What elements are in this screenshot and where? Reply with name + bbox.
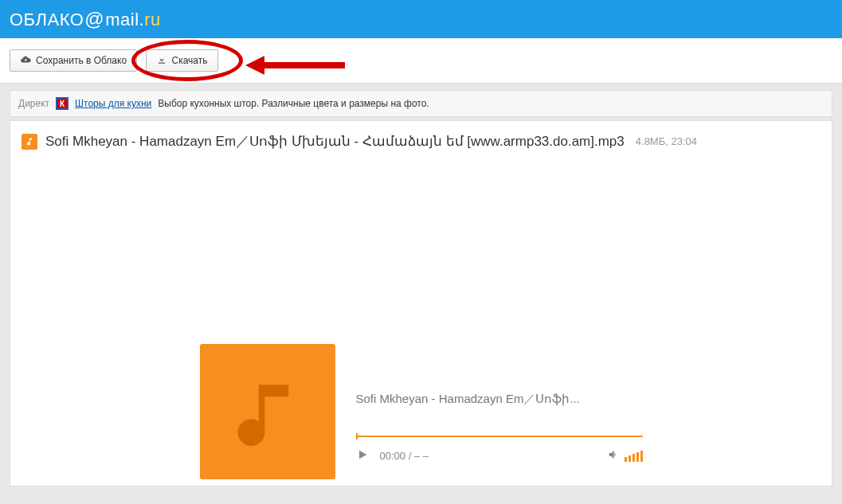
ad-text: Выбор кухонных штор. Различные цвета и р…: [158, 98, 429, 109]
annotation-arrow: [245, 54, 349, 76]
download-icon: [156, 54, 167, 68]
toolbar: Сохранить в Облако Скачать: [0, 38, 842, 84]
volume-icon: [607, 448, 620, 463]
app-header: ОБЛАКО @ mail . ru: [0, 0, 842, 38]
ad-label: Директ: [18, 98, 49, 109]
save-to-cloud-button[interactable]: Сохранить в Облако: [10, 49, 137, 72]
album-art-placeholder: [200, 344, 335, 479]
logo-mail: mail: [105, 10, 139, 30]
ad-bar: Директ К Шторы для кухни Выбор кухонных …: [10, 90, 832, 117]
audio-player: Sofi Mkheyan - Hamadzayn Em／Սոֆի... 00:0…: [200, 344, 643, 479]
volume-control[interactable]: [607, 448, 643, 463]
logo-ru: ru: [144, 10, 161, 30]
ad-link[interactable]: Шторы для кухни: [75, 98, 151, 109]
music-file-icon: [22, 134, 37, 150]
content-area: Sofi Mkheyan - Hamadzayn Em／Սոֆի Մխեյան …: [10, 120, 832, 486]
player-controls-panel: Sofi Mkheyan - Hamadzayn Em／Սոֆի... 00:0…: [356, 360, 643, 463]
download-button[interactable]: Скачать: [146, 49, 218, 72]
play-button[interactable]: [356, 448, 369, 463]
file-name: Sofi Mkheyan - Hamadzayn Em／Սոֆի Մխեյան …: [45, 132, 625, 150]
file-row[interactable]: Sofi Mkheyan - Hamadzayn Em／Սոֆի Մխեյան …: [22, 132, 820, 150]
music-note-icon: [232, 376, 304, 447]
logo-at: @: [84, 8, 104, 30]
time-display: 00:00 / – –: [380, 450, 429, 462]
track-title: Sofi Mkheyan - Hamadzayn Em／Սոֆի...: [356, 392, 643, 407]
progress-bar[interactable]: [356, 436, 643, 437]
controls-row: 00:00 / – –: [356, 448, 643, 463]
volume-bars[interactable]: [625, 451, 643, 462]
svg-marker-1: [245, 56, 264, 75]
logo-dot: .: [139, 10, 145, 30]
logo[interactable]: ОБЛАКО @ mail . ru: [10, 8, 161, 30]
save-label: Сохранить в Облако: [36, 55, 127, 66]
download-label: Скачать: [172, 55, 208, 66]
ad-provider-icon: К: [56, 97, 69, 110]
logo-cloud: ОБЛАКО: [10, 10, 84, 30]
file-meta: 4.8МБ, 23:04: [636, 135, 697, 147]
cloud-download-icon: [20, 54, 31, 68]
